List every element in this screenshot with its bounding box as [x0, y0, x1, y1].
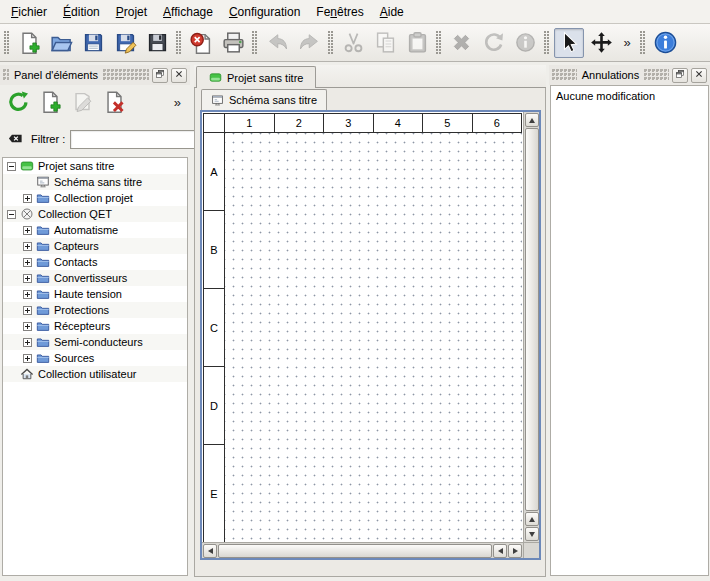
tree-item-collection-utilisateur[interactable]: Collection utilisateur [3, 366, 187, 382]
print-icon [222, 31, 245, 54]
expand-plus-icon[interactable] [23, 354, 32, 363]
scroll-right-button[interactable] [508, 544, 522, 558]
toolbar-handle[interactable] [640, 31, 646, 55]
delete-element-button[interactable] [100, 88, 128, 116]
undo-panel-close-button[interactable] [691, 68, 707, 83]
pan-mode-button[interactable] [586, 28, 616, 58]
schema-view[interactable]: 123456 ABCDE [200, 110, 541, 560]
clear-filter-button[interactable] [5, 131, 26, 148]
qet-logo-icon [20, 207, 34, 221]
scroll-left-button-right[interactable] [493, 544, 507, 558]
reload-collections-button[interactable] [4, 88, 32, 116]
expand-plus-icon[interactable] [23, 338, 32, 347]
filter-row: Filtrer : [0, 127, 190, 151]
tree-item-projet-sans-titre[interactable]: Projet sans titre [3, 158, 187, 174]
undo-panel-titlebar[interactable]: Annulations [549, 65, 710, 85]
grid-dots[interactable] [225, 133, 522, 542]
horizontal-scroll-thumb[interactable] [218, 544, 492, 558]
main-toolbar: » [0, 24, 710, 62]
menu-fenetres[interactable]: Fenêtres [308, 0, 371, 23]
menu-fichier[interactable]: Fichier [3, 0, 55, 23]
about-qet-button[interactable] [650, 28, 680, 58]
menu-affichage[interactable]: Affichage [155, 0, 221, 23]
dock-grip-texture [644, 69, 669, 81]
new-button[interactable] [14, 28, 44, 58]
vertical-scrollbar[interactable] [523, 112, 539, 542]
expand-plus-icon[interactable] [23, 242, 32, 251]
dock-grip-texture [552, 69, 577, 81]
schema-tab[interactable]: Schéma sans titre [201, 89, 327, 110]
expand-plus-icon[interactable] [23, 274, 32, 283]
expand-plus-icon[interactable] [23, 322, 32, 331]
tree-item-sources[interactable]: Sources [3, 350, 187, 366]
toolbar-handle[interactable] [176, 31, 182, 55]
folder-blue-icon [36, 303, 50, 317]
tree-item-contacts[interactable]: Contacts [3, 254, 187, 270]
print-button[interactable] [218, 28, 248, 58]
expand-plus-icon[interactable] [23, 306, 32, 315]
save-button[interactable] [78, 28, 108, 58]
expand-plus-icon[interactable] [23, 290, 32, 299]
toolbar-handle[interactable] [544, 31, 550, 55]
tree-item-automatisme[interactable]: Automatisme [3, 222, 187, 238]
tree-item-collection-projet[interactable]: Collection projet [3, 190, 187, 206]
save-all-button[interactable] [142, 28, 172, 58]
edit-element-button[interactable] [68, 88, 96, 116]
expand-plus-icon[interactable] [23, 194, 32, 203]
undo-panel-float-button[interactable] [672, 68, 688, 83]
undo-history-list[interactable]: Aucune modification [550, 85, 709, 576]
tree-item-semi-conducteurs[interactable]: Semi-conducteurs [3, 334, 187, 350]
redo-button[interactable] [294, 28, 324, 58]
copy-button[interactable] [370, 28, 400, 58]
toolbar-handle[interactable] [252, 31, 258, 55]
elements-panel-close-button[interactable] [171, 68, 187, 83]
new-element-button[interactable] [36, 88, 64, 116]
tree-item-collection-qet[interactable]: Collection QET [3, 206, 187, 222]
toolbar-overflow-button[interactable]: » [618, 28, 636, 58]
close-file-button[interactable] [186, 28, 216, 58]
rotate-arrow-icon [482, 31, 505, 54]
undo-button[interactable] [262, 28, 292, 58]
tree-item-protections[interactable]: Protections [3, 302, 187, 318]
scroll-left-button[interactable] [203, 544, 217, 558]
collapse-minus-icon[interactable] [7, 210, 16, 219]
vertical-scroll-thumb[interactable] [525, 128, 539, 511]
expand-plus-icon[interactable] [23, 226, 32, 235]
info-button[interactable] [510, 28, 540, 58]
horizontal-scrollbar[interactable] [202, 542, 523, 558]
save-as-button[interactable] [110, 28, 140, 58]
tree-item-convertisseurs[interactable]: Convertisseurs [3, 270, 187, 286]
elements-panel-titlebar[interactable]: Panel d'éléments [0, 65, 190, 85]
tree-item-capteurs[interactable]: Capteurs [3, 238, 187, 254]
open-button[interactable] [46, 28, 76, 58]
elements-panel-float-button[interactable] [152, 68, 168, 83]
menu-configuration[interactable]: Configuration [221, 0, 308, 23]
tree-item-schema-sans-titre[interactable]: Schéma sans titre [3, 174, 187, 190]
home-icon [20, 367, 34, 381]
tree-item-label: Sources [54, 352, 94, 364]
cursor-arrow-icon [558, 31, 581, 54]
delete-button[interactable] [446, 28, 476, 58]
menu-edition[interactable]: Édition [55, 0, 108, 23]
ruler-column-1: 1 [225, 113, 275, 133]
cut-button[interactable] [338, 28, 368, 58]
paste-button[interactable] [402, 28, 432, 58]
tree-item-recepteurs[interactable]: Récepteurs [3, 318, 187, 334]
rotate-button[interactable] [478, 28, 508, 58]
select-mode-button[interactable] [554, 28, 584, 58]
menu-projet[interactable]: Projet [108, 0, 155, 23]
expand-plus-icon[interactable] [23, 258, 32, 267]
scroll-up-button-bottom[interactable] [525, 512, 539, 526]
collapse-minus-icon[interactable] [7, 162, 16, 171]
menu-aide[interactable]: Aide [372, 0, 412, 23]
tree-item-haute-tension[interactable]: Haute tension [3, 286, 187, 302]
toolbar-handle[interactable] [4, 31, 10, 55]
schema-scene[interactable]: 123456 ABCDE [202, 112, 523, 542]
panel-toolbar-overflow[interactable]: » [174, 95, 186, 110]
scroll-up-button[interactable] [525, 113, 539, 127]
project-tab[interactable]: Projet sans titre [196, 66, 316, 88]
edit-pencil-icon [71, 90, 94, 115]
scroll-down-button[interactable] [525, 527, 539, 541]
toolbar-handle[interactable] [328, 31, 334, 55]
toolbar-handle[interactable] [436, 31, 442, 55]
